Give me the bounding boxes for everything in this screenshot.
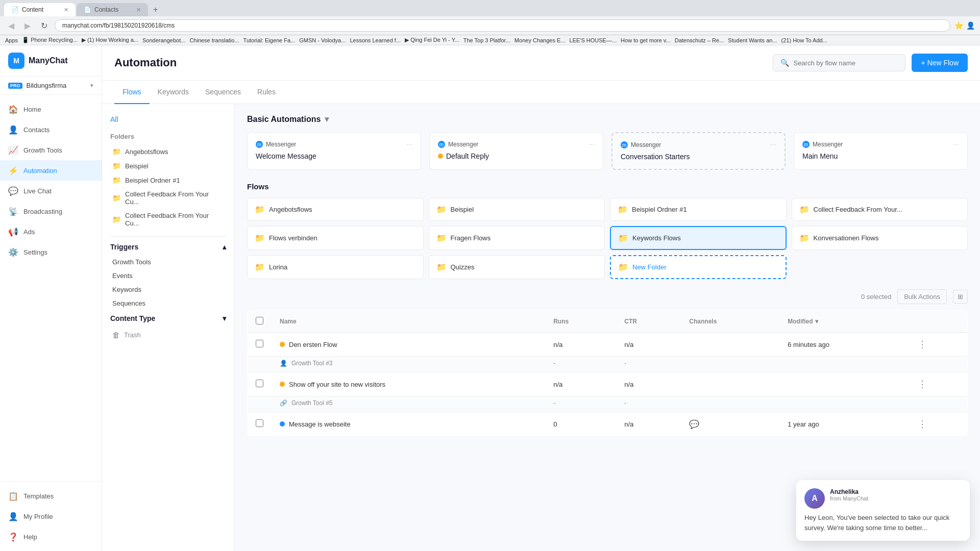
browser-tab-content[interactable]: 📄 Content ✕ bbox=[4, 3, 76, 16]
folder-icon-1: 📁 bbox=[112, 147, 121, 156]
row1-runs: n/a bbox=[545, 333, 616, 357]
bulk-actions-button[interactable]: Bulk Actions bbox=[897, 289, 947, 304]
tab-close-content[interactable]: ✕ bbox=[64, 7, 68, 13]
folder-collect-feedback[interactable]: 📁 Collect Feedback From Your... bbox=[792, 198, 968, 221]
row3-menu-button[interactable]: ⋮ bbox=[918, 418, 927, 430]
sidebar-item-ads[interactable]: 📢 Ads bbox=[0, 221, 102, 242]
modified-sort-control[interactable]: Modified ▾ bbox=[788, 318, 901, 325]
url-text: manychat.com/fb/198150201920618/cms bbox=[62, 22, 175, 29]
sidebar-item-help[interactable]: ❓ Help bbox=[0, 527, 102, 547]
profile-icon[interactable]: 👤 bbox=[966, 21, 975, 30]
sidebar-item-broadcasting[interactable]: 📡 Broadcasting bbox=[0, 201, 102, 221]
tab-keywords[interactable]: Keywords bbox=[150, 81, 197, 104]
folder-new[interactable]: 📁 New Folder bbox=[610, 255, 787, 279]
row1-checkbox[interactable] bbox=[256, 340, 263, 347]
sidebar-label-help: Help bbox=[23, 533, 37, 541]
grid-view-button[interactable]: ⊞ bbox=[953, 290, 968, 304]
row2-checkbox-cell bbox=[248, 372, 272, 396]
bookmark-4[interactable]: Chinese translatio... bbox=[189, 37, 239, 43]
trigger-sequences[interactable]: Sequences bbox=[110, 296, 226, 310]
folder-beispiel-ordner[interactable]: 📁 Beispiel Ordner #1 bbox=[610, 198, 787, 221]
row2-modified bbox=[779, 372, 910, 396]
card-menu-3[interactable]: ⋯ bbox=[770, 141, 776, 148]
address-bar[interactable]: manychat.com/fb/198150201920618/cms bbox=[55, 19, 950, 32]
search-input[interactable] bbox=[793, 59, 898, 67]
sidebar-item-my-profile[interactable]: 👤 My Profile bbox=[0, 506, 102, 527]
automation-card-conversation-starters[interactable]: m Messenger ⋯ Conversation Starters bbox=[611, 132, 786, 170]
card-menu-2[interactable]: ⋯ bbox=[589, 141, 595, 148]
sidebar-item-automation[interactable]: ⚡ Automation bbox=[0, 160, 102, 181]
row1-name-cell: Den ersten Flow bbox=[272, 333, 545, 357]
left-folder-beispiel-ordner[interactable]: 📁 Beispiel Ordner #1 bbox=[110, 173, 226, 187]
sidebar-item-live-chat[interactable]: 💬 Live Chat bbox=[0, 181, 102, 201]
tab-close-contacts[interactable]: ✕ bbox=[136, 7, 141, 13]
extensions-icon[interactable]: ⭐ bbox=[954, 21, 963, 30]
account-section[interactable]: PRO Bildungsfirma ▾ bbox=[0, 77, 102, 95]
bookmark-13[interactable]: Datenschutz – Re... bbox=[675, 37, 724, 43]
folder-fragen-flows[interactable]: 📁 Fragen Flows bbox=[429, 226, 605, 250]
tab-sequences[interactable]: Sequences bbox=[197, 81, 249, 104]
trash-item[interactable]: 🗑 Trash bbox=[110, 327, 226, 343]
bookmark-11[interactable]: LEE'S HOUSE—... bbox=[570, 37, 617, 43]
tab-rules[interactable]: Rules bbox=[249, 81, 284, 104]
row3-checkbox-cell bbox=[248, 412, 272, 436]
refresh-button[interactable]: ↻ bbox=[38, 20, 51, 32]
bookmark-10[interactable]: Money Changes E... bbox=[514, 37, 566, 43]
folder-name-quizzes: Quizzes bbox=[451, 263, 475, 271]
new-tab-button[interactable]: + bbox=[149, 3, 162, 16]
folder-beispiel[interactable]: 📁 Beispiel bbox=[429, 198, 605, 221]
bookmark-12[interactable]: How to get more v... bbox=[621, 37, 671, 43]
automation-card-main-menu[interactable]: m Messenger ⋯ Main Menu bbox=[794, 132, 968, 170]
trigger-growth-tools[interactable]: Growth Tools bbox=[110, 255, 226, 269]
sidebar-item-growth-tools[interactable]: 📈 Growth Tools bbox=[0, 140, 102, 160]
automation-card-welcome[interactable]: m Messenger ⋯ Welcome Message bbox=[247, 132, 421, 170]
left-folder-beispiel[interactable]: 📁 Beispiel bbox=[110, 159, 226, 173]
trigger-events[interactable]: Events bbox=[110, 269, 226, 283]
sidebar-item-settings[interactable]: ⚙️ Settings bbox=[0, 242, 102, 262]
bookmark-1[interactable]: 📱 Phone Recycling... bbox=[22, 37, 78, 43]
sidebar-item-templates[interactable]: 📋 Templates bbox=[0, 486, 102, 506]
automation-card-default-reply[interactable]: m Messenger ⋯ Default Reply bbox=[429, 132, 603, 170]
bookmark-5[interactable]: Tutorial: Eigene Fa... bbox=[243, 37, 296, 43]
row2-menu-button[interactable]: ⋮ bbox=[918, 379, 927, 390]
card-menu-1[interactable]: ⋯ bbox=[406, 141, 412, 148]
select-all-checkbox[interactable] bbox=[256, 317, 263, 324]
card-menu-4[interactable]: ⋯ bbox=[953, 141, 959, 148]
help-icon: ❓ bbox=[8, 532, 18, 542]
browser-tab-contacts[interactable]: 📄 Contacts ✕ bbox=[77, 3, 148, 16]
basic-automations-toggle[interactable]: ▾ bbox=[325, 114, 329, 124]
folder-quizzes[interactable]: 📁 Quizzes bbox=[429, 255, 605, 279]
left-folder-angebotsflows[interactable]: 📁 Angebotsflows bbox=[110, 144, 226, 159]
folder-konversationen-flows[interactable]: 📁 Konversationen Flows bbox=[792, 226, 968, 250]
bookmark-3[interactable]: Sonderangebot... bbox=[142, 37, 185, 43]
bookmark-14[interactable]: Student Wants an... bbox=[728, 37, 777, 43]
left-folder-collect-1[interactable]: 📁 Collect Feedback From Your Cu... bbox=[110, 187, 226, 209]
trigger-keywords[interactable]: Keywords bbox=[110, 283, 226, 296]
folder-lorina[interactable]: 📁 Lorina bbox=[247, 255, 424, 279]
chat-message-text: Hey Leon, You've been selected to take o… bbox=[804, 513, 962, 533]
bookmark-7[interactable]: Lessons Learned f... bbox=[350, 37, 401, 43]
search-box[interactable]: 🔍 bbox=[773, 54, 905, 71]
new-flow-button[interactable]: + New Flow bbox=[912, 54, 968, 72]
bookmark-apps[interactable]: Apps bbox=[5, 37, 18, 43]
back-button[interactable]: ◀ bbox=[5, 20, 17, 32]
bookmark-6[interactable]: GMSN - Volodya... bbox=[299, 37, 346, 43]
bookmark-2[interactable]: ▶ (1) How Working a... bbox=[82, 37, 138, 43]
sidebar-item-contacts[interactable]: 👤 Contacts bbox=[0, 119, 102, 140]
tab-flows[interactable]: Flows bbox=[114, 81, 150, 104]
all-filter-button[interactable]: All bbox=[110, 112, 226, 127]
folder-keywords-flows[interactable]: 📁 Keywords Flows bbox=[610, 226, 787, 250]
left-folder-collect-2[interactable]: 📁 Collect Feedback From Your Cu... bbox=[110, 209, 226, 230]
folder-angebotsflows[interactable]: 📁 Angebotsflows bbox=[247, 198, 424, 221]
row2-checkbox[interactable] bbox=[256, 380, 263, 387]
sidebar-item-home[interactable]: 🏠 Home bbox=[0, 99, 102, 119]
row3-checkbox[interactable] bbox=[256, 419, 263, 427]
folder-flows-verbinden[interactable]: 📁 Flows verbinden bbox=[247, 226, 424, 250]
content-type-header[interactable]: Content Type ▾ bbox=[110, 314, 226, 322]
bookmark-8[interactable]: ▶ Qing Fei De Yi - Y... bbox=[405, 37, 459, 43]
row1-menu-button[interactable]: ⋮ bbox=[918, 339, 927, 350]
triggers-header[interactable]: Triggers ▴ bbox=[110, 243, 226, 251]
bookmark-15[interactable]: (21) How To Add... bbox=[781, 37, 827, 43]
bookmark-9[interactable]: The Top 3 Platfor... bbox=[463, 37, 510, 43]
forward-button[interactable]: ▶ bbox=[21, 20, 34, 32]
